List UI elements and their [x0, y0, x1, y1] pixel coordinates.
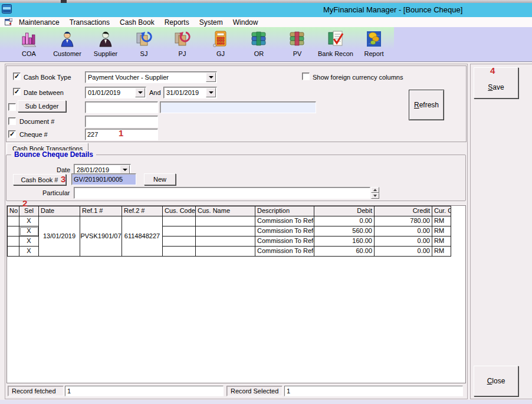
general-journal-icon: [211, 29, 231, 49]
toolbar-label: PJ: [179, 50, 186, 57]
cell-ref1-merged: PVSK1901/07: [80, 216, 122, 257]
new-button[interactable]: New: [144, 173, 176, 185]
close-label: Close: [487, 377, 505, 385]
cell-credit: 780.00: [375, 216, 432, 226]
show-foreign-checkbox[interactable]: [302, 73, 310, 80]
cell-cus-name: [196, 247, 255, 257]
close-button[interactable]: Close: [474, 366, 518, 396]
toolbar-button-report[interactable]: Report: [355, 27, 393, 61]
cell-cus-code: [163, 216, 196, 226]
cell-description: Commission To Refe: [255, 247, 314, 257]
cell-sel[interactable]: X: [19, 247, 39, 257]
cell-cus-code: [163, 226, 196, 237]
cell-credit: 0.00: [375, 226, 432, 237]
record-selected-label: Record Selected: [226, 386, 283, 396]
col-header-ref2: Ref.2 #: [122, 206, 163, 216]
cash-book-type-checkbox[interactable]: ✓: [13, 73, 21, 80]
toolbar-button-supplier[interactable]: Supplier: [87, 27, 124, 61]
cell-no: [8, 216, 19, 226]
cash-book-number-button[interactable]: Cash Book #: [13, 174, 66, 185]
dropdown-button[interactable]: [120, 165, 130, 174]
chevron-down-icon: [138, 91, 143, 94]
cash-book-type-select[interactable]: Payment Voucher - Supplier: [85, 71, 217, 83]
document-checkbox[interactable]: [8, 117, 16, 125]
refresh-label: Refresh: [414, 101, 439, 109]
cell-cus-name: [196, 237, 255, 247]
cell-description: Commission To Refe: [255, 226, 314, 237]
menu-item-system[interactable]: System: [199, 18, 224, 27]
cell-credit: 0.00: [375, 247, 432, 257]
particular-spinner[interactable]: [371, 187, 379, 199]
col-header-date: Date: [39, 206, 80, 216]
cell-date-merged: 13/01/2019: [39, 216, 80, 257]
particular-label: Particular: [42, 189, 70, 196]
transactions-table: No Sel Date Ref.1 # Ref.2 # Cus. Code Cu…: [7, 206, 451, 257]
cash-book-type-value: Payment Voucher - Supplier: [88, 73, 169, 81]
sub-ledger-checkbox[interactable]: [8, 103, 16, 111]
date-from-select[interactable]: 01/01/2019: [85, 87, 146, 98]
cash-book-number-label: Cash Book #: [21, 176, 58, 183]
cell-no: [8, 226, 19, 237]
new-label: New: [153, 176, 166, 183]
dropdown-button[interactable]: [206, 73, 216, 82]
toolbar-label: Supplier: [94, 50, 117, 57]
cheque-checkbox[interactable]: ✓: [8, 130, 16, 138]
toolbar-button-sj[interactable]: SJ: [125, 27, 163, 61]
menu-item-maintenance[interactable]: Maintenance: [18, 18, 60, 27]
report-icon: [364, 29, 384, 49]
particular-input[interactable]: [74, 187, 370, 199]
window-title: MyFinancial Manager - [Bounce Cheque]: [323, 5, 462, 14]
save-button[interactable]: Save: [474, 67, 518, 98]
cell-sel[interactable]: X: [19, 237, 39, 247]
chevron-down-icon: [209, 91, 214, 94]
payment-voucher-icon: [287, 29, 307, 49]
spin-up-button[interactable]: [371, 187, 379, 193]
cell-no: [8, 237, 19, 247]
cell-sel-focused[interactable]: X: [19, 226, 39, 237]
date-label: Date: [57, 166, 70, 173]
dropdown-button[interactable]: [206, 88, 216, 97]
dropdown-button[interactable]: [135, 88, 145, 97]
cell-cus-code: [163, 247, 196, 257]
form-icon: [5, 18, 12, 27]
customer-icon: [57, 29, 77, 49]
cell-debit: 560.00: [314, 226, 375, 237]
app-window: MyFinancial Manager - [Bounce Cheque] Ma…: [0, 0, 532, 404]
document-input[interactable]: [85, 116, 158, 127]
menu-item-window[interactable]: Window: [232, 18, 259, 27]
toolbar-button-pv[interactable]: PV: [278, 27, 316, 61]
coa-icon: [19, 29, 39, 49]
col-header-cus-code: Cus. Code: [163, 206, 196, 216]
sub-ledger-button[interactable]: Sub Ledger: [18, 100, 66, 112]
spin-down-button[interactable]: [371, 193, 379, 199]
cash-book-number-field[interactable]: GV/201901/0005: [71, 173, 136, 185]
cell-currency: RM: [432, 226, 451, 237]
menu-item-transactions[interactable]: Transactions: [69, 18, 110, 27]
toolbar-button-pj[interactable]: PJ: [163, 27, 201, 61]
sub-ledger-code-input[interactable]: [85, 101, 158, 113]
date-to-select[interactable]: 31/01/2019: [163, 87, 217, 98]
window-bottom-edge: [0, 400, 532, 404]
toolbar-button-customer[interactable]: Customer: [48, 27, 86, 61]
toolbar-button-bank-recon[interactable]: Bank Recon: [317, 27, 354, 61]
annotation-1: 1: [119, 128, 123, 138]
menu-item-cash-book[interactable]: Cash Book: [119, 18, 155, 27]
cash-book-type-label: Cash Book Type: [24, 74, 71, 81]
menu-item-reports[interactable]: Reports: [164, 18, 190, 27]
annotation-4: 4: [490, 65, 495, 75]
sub-ledger-label: Sub Ledger: [25, 103, 59, 110]
date-to-value: 31/01/2019: [166, 88, 199, 97]
toolbar-button-or[interactable]: OR: [240, 27, 278, 61]
supplier-icon: [96, 29, 116, 49]
date-from-value: 01/01/2019: [88, 88, 120, 97]
toolbar-button-gj[interactable]: GJ: [202, 27, 239, 61]
cell-sel[interactable]: X: [19, 216, 39, 226]
refresh-button[interactable]: Refresh: [409, 90, 444, 120]
date-between-checkbox[interactable]: ✓: [13, 88, 21, 96]
menu-bar: Maintenance Transactions Cash Book Repor…: [0, 17, 532, 27]
chevron-up-icon: [373, 189, 377, 191]
sub-ledger-name-field: [160, 101, 316, 113]
official-receipt-icon: [249, 29, 269, 49]
col-header-debit: Debit: [314, 206, 375, 216]
toolbar-button-coa[interactable]: COA: [10, 27, 48, 61]
